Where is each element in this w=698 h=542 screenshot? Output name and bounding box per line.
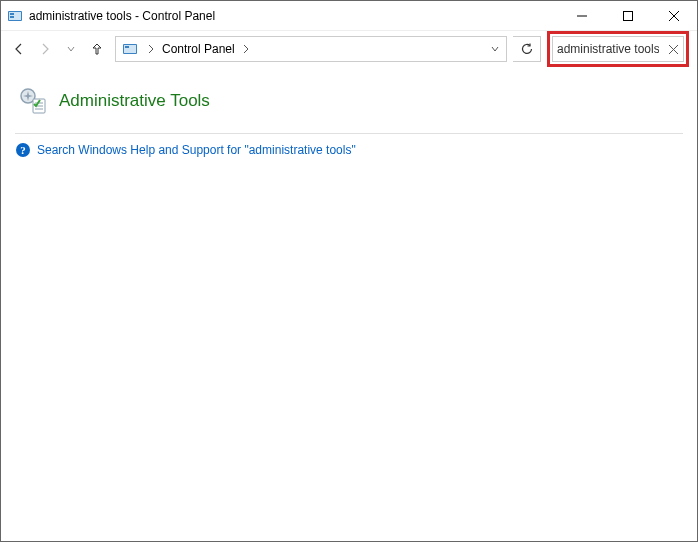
svg-text:?: ?	[20, 144, 26, 156]
address-history-dropdown[interactable]	[484, 37, 506, 61]
svg-rect-10	[125, 46, 129, 48]
search-box[interactable]	[552, 36, 684, 62]
help-icon: ?	[15, 142, 31, 158]
recent-locations-button[interactable]	[59, 37, 83, 61]
chevron-right-icon[interactable]	[239, 37, 253, 61]
divider	[15, 133, 683, 134]
svg-rect-5	[624, 11, 633, 20]
maximize-button[interactable]	[605, 1, 651, 31]
up-button[interactable]	[85, 37, 109, 61]
minimize-button[interactable]	[559, 1, 605, 31]
close-button[interactable]	[651, 1, 697, 31]
search-input[interactable]	[553, 42, 663, 56]
help-search-row[interactable]: ? Search Windows Help and Support for "a…	[15, 142, 683, 158]
svg-rect-2	[10, 13, 14, 15]
nav-row: Control Panel	[1, 31, 697, 67]
chevron-right-icon[interactable]	[144, 37, 158, 61]
result-title: Administrative Tools	[59, 91, 210, 111]
search-result-item[interactable]: Administrative Tools	[15, 77, 683, 129]
search-highlight	[547, 31, 689, 67]
window-title: administrative tools - Control Panel	[29, 9, 215, 23]
address-bar[interactable]: Control Panel	[115, 36, 507, 62]
refresh-button[interactable]	[513, 36, 541, 62]
clear-search-button[interactable]	[663, 37, 683, 61]
breadcrumb-control-panel[interactable]: Control Panel	[158, 42, 239, 56]
content-area: Administrative Tools ? Search Windows He…	[1, 67, 697, 168]
titlebar: administrative tools - Control Panel	[1, 1, 697, 31]
svg-rect-3	[10, 16, 14, 18]
administrative-tools-icon	[17, 85, 49, 117]
control-panel-icon	[7, 8, 23, 24]
forward-button[interactable]	[33, 37, 57, 61]
help-search-link[interactable]: Search Windows Help and Support for "adm…	[37, 143, 356, 157]
control-panel-icon	[122, 41, 138, 57]
back-button[interactable]	[7, 37, 31, 61]
